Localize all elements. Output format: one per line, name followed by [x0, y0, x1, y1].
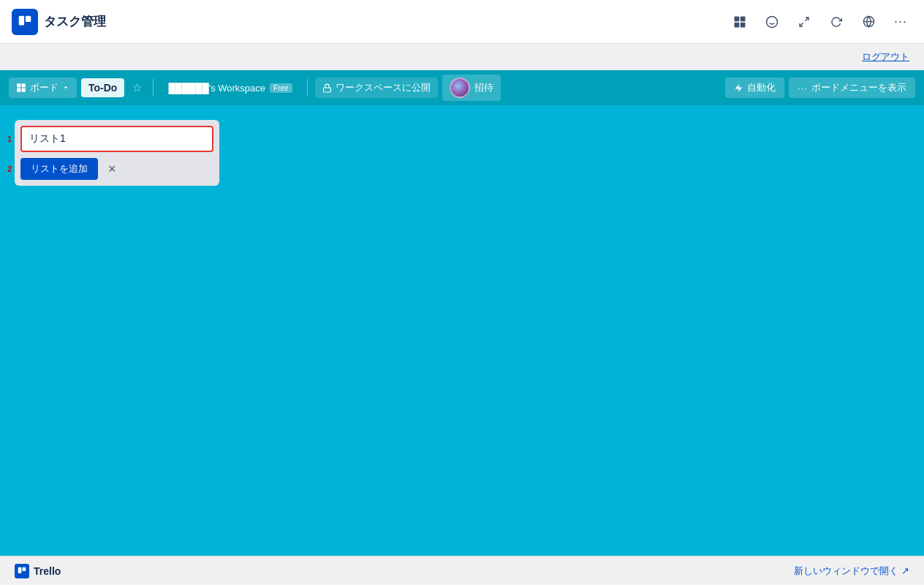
public-button[interactable]: ワークスペースに公開 — [315, 78, 438, 98]
logout-link[interactable]: ログアウト — [862, 50, 909, 64]
svg-rect-4 — [735, 22, 740, 27]
menu-dots-label: ··· — [798, 83, 808, 94]
board-name-button[interactable]: To-Do — [81, 78, 124, 97]
footer-logo-icon — [15, 564, 29, 578]
svg-rect-2 — [735, 16, 740, 21]
toolbar-right-group: 自動化 ··· ボードメニューを表示 — [725, 78, 915, 98]
step2-label: 2 — [7, 165, 12, 173]
logout-bar: ログアウト — [0, 44, 924, 70]
workspace-button[interactable]: ██████'s Workspace Free — [161, 79, 299, 97]
board-toolbar: ボード To-Do ☆ ██████'s Workspace Free ワークス… — [0, 70, 924, 105]
svg-rect-1 — [26, 15, 31, 21]
svg-rect-20 — [23, 567, 26, 570]
refresh-icon[interactable] — [825, 10, 848, 34]
board-name-label: To-Do — [88, 82, 117, 94]
public-label: ワークスペースに公開 — [336, 81, 431, 94]
app-logo-icon[interactable] — [12, 9, 38, 35]
invite-label: 招待 — [474, 81, 493, 94]
list-name-input[interactable] — [20, 126, 213, 152]
svg-rect-17 — [323, 87, 330, 91]
add-list-form: 1 2 リストを追加 × — [15, 120, 219, 186]
svg-rect-16 — [22, 88, 26, 92]
svg-marker-18 — [735, 84, 743, 92]
step1-label: 1 — [7, 135, 12, 143]
svg-line-9 — [805, 18, 808, 21]
svg-rect-15 — [17, 88, 20, 92]
star-button[interactable]: ☆ — [129, 78, 145, 98]
more-options-icon[interactable]: ··· — [889, 10, 912, 34]
board-menu-show-button[interactable]: ··· ボードメニューを表示 — [789, 78, 915, 98]
svg-rect-3 — [741, 16, 746, 21]
svg-rect-19 — [18, 567, 22, 573]
svg-rect-0 — [19, 15, 24, 25]
invite-area[interactable]: 招待 — [442, 75, 501, 101]
board-menu-show-label: ボードメニューを表示 — [811, 81, 906, 94]
footer-trello-label: Trello — [34, 565, 61, 577]
toolbar-divider-1 — [153, 79, 154, 97]
add-list-button[interactable]: リストを追加 — [20, 158, 98, 180]
app-title: タスク管理 — [44, 13, 106, 30]
open-window-icon: ↗ — [901, 565, 909, 576]
globe-icon[interactable] — [857, 10, 880, 34]
board-menu-button[interactable]: ボード — [9, 78, 77, 98]
logo-area: タスク管理 — [12, 9, 106, 35]
toolbar-divider-2 — [307, 79, 308, 97]
free-badge: Free — [270, 83, 292, 93]
open-new-window-link[interactable]: 新しいウィンドウで開く ↗ — [794, 565, 909, 578]
svg-rect-5 — [741, 22, 746, 27]
board-menu-label: ボード — [30, 81, 58, 94]
automation-label: 自動化 — [747, 81, 776, 94]
open-new-window-label: 新しいウィンドウで開く — [794, 565, 898, 578]
star-icon: ☆ — [132, 81, 142, 94]
footer: Trello 新しいウィンドウで開く ↗ — [0, 556, 924, 585]
svg-rect-13 — [17, 83, 20, 87]
svg-line-10 — [800, 23, 803, 26]
nav-right: ··· — [728, 10, 912, 34]
board-canvas: 1 2 リストを追加 × — [0, 105, 924, 556]
shrink-icon[interactable] — [792, 10, 816, 34]
automation-button[interactable]: 自動化 — [725, 78, 784, 98]
avatar — [450, 78, 470, 98]
workspace-name-label: ██████'s Workspace — [168, 83, 265, 94]
cancel-button[interactable]: × — [104, 161, 121, 177]
svg-point-6 — [767, 16, 778, 27]
footer-logo: Trello — [15, 564, 61, 578]
notification-icon[interactable] — [760, 10, 784, 34]
trello-home-icon[interactable] — [728, 10, 751, 34]
svg-rect-14 — [22, 83, 26, 87]
